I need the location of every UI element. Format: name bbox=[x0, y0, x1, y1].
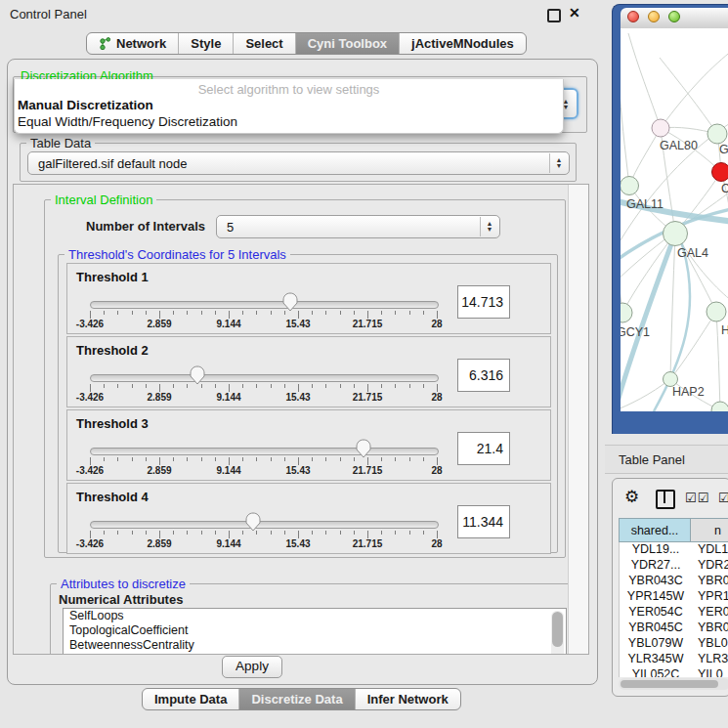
slider-tick bbox=[242, 384, 243, 388]
threshold-value-field[interactable]: 6.316 bbox=[457, 359, 510, 392]
table-row[interactable]: YER054CYER0 bbox=[620, 605, 728, 621]
column-header-name[interactable]: n bbox=[691, 518, 728, 542]
slider-tick bbox=[173, 457, 174, 461]
attributes-scrollbar[interactable] bbox=[551, 611, 564, 655]
cell-shared-name: YBR045C bbox=[620, 621, 692, 636]
slider-tick bbox=[242, 311, 243, 315]
cell-name: YIL0 bbox=[692, 667, 723, 677]
slider-track[interactable] bbox=[90, 301, 439, 309]
slider-thumb[interactable] bbox=[190, 365, 205, 385]
network-node bbox=[652, 119, 669, 137]
slider-tick bbox=[201, 531, 202, 535]
slider-scale-label: 15.43 bbox=[285, 319, 310, 329]
number-of-intervals-value: 5 bbox=[217, 220, 499, 235]
tab-style[interactable]: Style bbox=[179, 33, 234, 54]
control-panel-title: Control Panel bbox=[10, 7, 87, 21]
table-row[interactable]: YPR145WYPR1 bbox=[620, 589, 728, 605]
main-scrollbar-track[interactable] bbox=[568, 185, 588, 654]
table-hscrollbar[interactable] bbox=[619, 678, 728, 690]
table-row[interactable]: YBL079WYBL0 bbox=[620, 636, 728, 652]
slider-tick bbox=[271, 457, 272, 461]
threshold-value-field[interactable]: 21.4 bbox=[457, 432, 510, 465]
numerical-attributes-heading: Numerical Attributes bbox=[59, 592, 183, 607]
slider-tick bbox=[117, 457, 118, 461]
table-row[interactable]: YBR043CYBR0 bbox=[620, 574, 728, 589]
threshold-value-field[interactable]: 11.344 bbox=[457, 505, 510, 538]
tab-jactivemnodules[interactable]: jActiveMNodules bbox=[400, 33, 526, 54]
attribute-list-item[interactable]: SelfLoops bbox=[64, 609, 566, 623]
popup-item-equal-width-frequency[interactable]: Equal Width/Frequency Discretization bbox=[18, 114, 237, 129]
slider-tick bbox=[325, 311, 326, 315]
table-row[interactable]: YBR045CYBR0 bbox=[620, 621, 728, 636]
numerical-attributes-list[interactable]: SelfLoopsTopologicalCoefficientBetweenne… bbox=[63, 608, 567, 655]
slider-track[interactable] bbox=[90, 521, 439, 529]
checkbox-icon-partial[interactable]: ☑ bbox=[718, 491, 728, 505]
network-canvas[interactable]: GAL80GCGAL11GAL4GCY1HHAP2 bbox=[621, 28, 728, 411]
tab-discretize-data[interactable]: Discretize Data bbox=[239, 689, 355, 709]
table-data-group-title: Table Data bbox=[26, 136, 95, 150]
network-node-label: GAL11 bbox=[626, 197, 664, 211]
slider-track[interactable] bbox=[90, 374, 439, 382]
tab-cyni-toolbox[interactable]: Cyni Toolbox bbox=[296, 33, 400, 54]
slider-scale-label: 28 bbox=[431, 392, 442, 403]
network-node bbox=[621, 303, 632, 322]
table-row[interactable]: YDL19...YDL1 bbox=[620, 542, 728, 558]
combo-stepper-icon[interactable]: ▲▼ bbox=[480, 217, 498, 236]
slider-tick bbox=[409, 384, 410, 388]
slider-scale-label: -3.426 bbox=[76, 538, 104, 549]
slider-tick bbox=[104, 384, 105, 388]
network-node bbox=[712, 163, 728, 182]
network-window-titlebar[interactable] bbox=[621, 8, 728, 28]
slider-tick bbox=[409, 457, 410, 461]
table-row[interactable]: YIL052CYIL0 bbox=[620, 667, 728, 677]
network-node-label: C bbox=[721, 182, 728, 195]
slider-scale-label: 21.715 bbox=[353, 465, 383, 476]
slider-scale-label: 15.43 bbox=[285, 392, 310, 403]
tab-network[interactable]: Network bbox=[87, 33, 179, 54]
apply-button[interactable]: Apply bbox=[222, 656, 282, 678]
slider-thumb[interactable] bbox=[245, 512, 261, 532]
combo-stepper-icon[interactable]: ▲▼ bbox=[549, 153, 568, 173]
table-header-row: shared... n bbox=[619, 518, 728, 542]
tab-infer-network[interactable]: Infer Network bbox=[356, 689, 460, 709]
attribute-list-item[interactable]: TopologicalCoefficient bbox=[64, 623, 566, 638]
traffic-light-close-icon[interactable] bbox=[627, 11, 639, 22]
threshold-label: Threshold 4 bbox=[76, 490, 149, 504]
slider-tick bbox=[298, 384, 299, 392]
slider-tick bbox=[437, 384, 438, 392]
traffic-light-zoom-icon[interactable] bbox=[668, 11, 680, 22]
popup-item-manual-discretization[interactable]: Manual Discretization bbox=[18, 98, 153, 112]
threshold-value-field[interactable]: 14.713 bbox=[457, 285, 510, 319]
slider-tick bbox=[325, 457, 326, 461]
split-columns-icon[interactable] bbox=[656, 490, 675, 509]
slider-tick bbox=[256, 384, 257, 388]
column-header-shared-name[interactable]: shared... bbox=[619, 518, 691, 542]
slider-tick bbox=[367, 457, 368, 465]
slider-tick bbox=[423, 531, 424, 535]
slider-track[interactable] bbox=[90, 448, 439, 455]
gear-icon[interactable]: ⚙ bbox=[624, 487, 639, 507]
slider-tick bbox=[215, 457, 216, 461]
slider-tick bbox=[381, 531, 382, 535]
slider-thumb[interactable] bbox=[356, 439, 371, 458]
tab-select[interactable]: Select bbox=[234, 33, 295, 54]
checkbox-icons[interactable]: ☑☑ bbox=[685, 491, 709, 505]
slider-tick bbox=[354, 311, 355, 315]
tab-impute-data[interactable]: Impute Data bbox=[143, 689, 239, 709]
slider-tick bbox=[256, 457, 257, 461]
traffic-light-minimize-icon[interactable] bbox=[648, 11, 660, 22]
close-icon[interactable]: ✕ bbox=[569, 5, 580, 21]
table-hscrollbar-thumb[interactable] bbox=[621, 680, 718, 688]
attributes-scrollbar-thumb[interactable] bbox=[552, 612, 563, 647]
table-row[interactable]: YLR345WYLR3 bbox=[620, 652, 728, 667]
float-window-icon[interactable] bbox=[547, 9, 561, 22]
slider-thumb[interactable] bbox=[282, 292, 298, 312]
table-data-combobox[interactable]: galFiltered.sif default node ▲▼ bbox=[27, 151, 570, 175]
table-row[interactable]: YDR27...YDR2 bbox=[620, 558, 728, 574]
slider-tick bbox=[90, 311, 91, 319]
number-of-intervals-combobox[interactable]: 5 ▲▼ bbox=[216, 215, 500, 238]
attribute-list-item[interactable]: BetweennessCentrality bbox=[64, 638, 566, 653]
slider-tick bbox=[354, 531, 355, 535]
slider-tick bbox=[159, 531, 160, 538]
threshold-panel-1: Threshold 1-3.4262.8599.14415.4321.71528… bbox=[66, 263, 551, 334]
